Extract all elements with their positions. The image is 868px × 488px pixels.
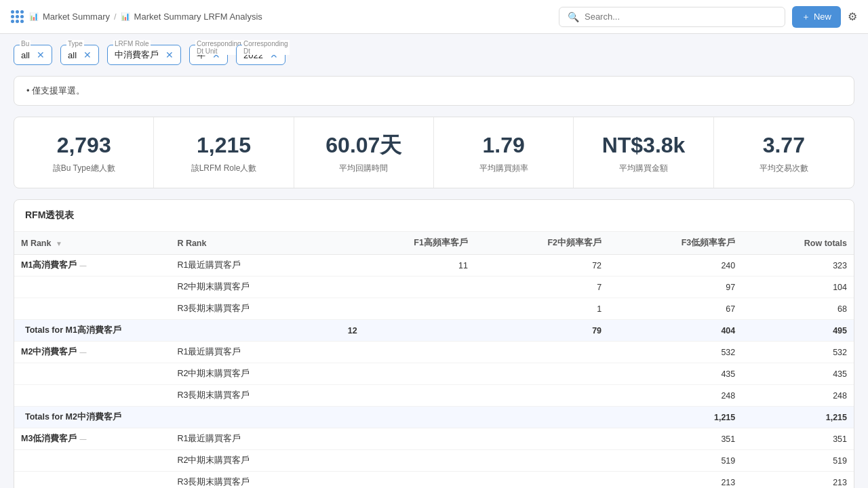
cell-f1 bbox=[341, 342, 475, 363]
cell-f1 bbox=[341, 407, 475, 428]
settings-button[interactable]: ⚙ bbox=[848, 10, 857, 23]
cell-row-total: 519 bbox=[742, 450, 854, 472]
topbar-right: 🔍 ＋ New ⚙ bbox=[559, 6, 857, 28]
filter-bu-clear[interactable]: ✕ bbox=[37, 49, 45, 60]
cell-f2 bbox=[475, 363, 608, 385]
cell-r-rank: R3長期末購買客戶 bbox=[170, 385, 340, 407]
m-rank-label: M3低消費客戶 bbox=[21, 434, 77, 443]
kpi-avg-freq-label: 平均購買頻率 bbox=[445, 163, 562, 174]
cell-row-total: 532 bbox=[742, 342, 854, 363]
search-icon: 🔍 bbox=[568, 12, 579, 22]
collapse-icon[interactable]: — bbox=[79, 262, 86, 269]
col-m-rank[interactable]: M Rank ▼ bbox=[14, 232, 170, 255]
kpi-role-people: 1,215 該LRFM Role人數 bbox=[154, 117, 294, 188]
subtotal-label: Totals for M2中消費客戶 bbox=[14, 407, 341, 428]
cell-f2: 79 bbox=[475, 320, 608, 342]
cell-f1 bbox=[341, 277, 475, 298]
filter-icon[interactable]: ▼ bbox=[56, 240, 62, 247]
subtotal-label: Totals for M1高消費客戶 bbox=[14, 320, 341, 342]
kpi-role-people-label: 該LRFM Role人數 bbox=[165, 163, 282, 174]
kpi-total-people-label: 該Bu Type總人數 bbox=[25, 163, 142, 174]
cell-f3: 240 bbox=[608, 255, 742, 277]
filter-bar: Bu all ✕ Type all ✕ LRFM Role 中消費客戶 ✕ Co… bbox=[14, 45, 854, 65]
filter-dt-unit[interactable]: Corresponding Dt Unit 年 ✕ bbox=[189, 45, 228, 65]
kpi-avg-return-time-label: 平均回購時間 bbox=[305, 163, 422, 174]
breadcrumb-item-2[interactable]: Market Summary LRFM Analysis bbox=[134, 12, 262, 22]
breadcrumb-item-1[interactable]: Market Summary bbox=[43, 12, 110, 22]
kpi-role-people-value: 1,215 bbox=[165, 134, 282, 157]
cell-m-rank bbox=[14, 385, 170, 407]
cell-r-rank: R2中期末購買客戶 bbox=[170, 277, 340, 298]
cell-f1 bbox=[341, 363, 475, 385]
cell-f3: 97 bbox=[608, 277, 742, 298]
cell-f2: 72 bbox=[475, 255, 608, 277]
cell-m-rank: M2中消費客戶— bbox=[14, 342, 170, 363]
filter-lrfm-clear[interactable]: ✕ bbox=[165, 49, 174, 60]
table-title: RFM透視表 bbox=[14, 200, 854, 232]
cell-row-total: 68 bbox=[742, 298, 854, 320]
cell-f3: 248 bbox=[608, 385, 742, 407]
cell-r-rank: R2中期末購買客戶 bbox=[170, 363, 340, 385]
cell-row-total: 213 bbox=[742, 472, 854, 488]
cell-r-rank: R3長期末購買客戶 bbox=[170, 472, 340, 488]
m-rank-label: M1高消費客戶 bbox=[21, 260, 77, 270]
kpi-avg-tx-label: 平均交易次數 bbox=[725, 163, 843, 174]
rfm-table: M Rank ▼ R Rank F1高頻率客戶 F2中頻率客戶 F3低頻率客戶 … bbox=[14, 232, 854, 488]
filter-type-clear[interactable]: ✕ bbox=[83, 49, 92, 60]
cell-m-rank bbox=[14, 277, 170, 298]
cell-row-total: 495 bbox=[742, 320, 854, 342]
cell-m-rank bbox=[14, 450, 170, 472]
cell-f3: 435 bbox=[608, 363, 742, 385]
filter-bu-label: Bu bbox=[20, 40, 31, 47]
cell-r-rank: R2中期末購買客戶 bbox=[170, 450, 340, 472]
col-f2: F2中頻率客戶 bbox=[475, 232, 608, 255]
cell-f2 bbox=[475, 407, 608, 428]
cell-m-rank bbox=[14, 472, 170, 488]
cell-f3: 519 bbox=[608, 450, 742, 472]
search-input[interactable] bbox=[585, 12, 776, 22]
cell-f3: 404 bbox=[608, 320, 742, 342]
cell-f2 bbox=[475, 428, 608, 450]
kpi-avg-tx-value: 3.77 bbox=[725, 134, 843, 157]
breadcrumb: 📊 Market Summary / 📊 Market Summary LRFM… bbox=[29, 12, 262, 22]
cell-f2: 7 bbox=[475, 277, 608, 298]
plus-icon: ＋ bbox=[802, 11, 810, 23]
cell-row-total: 1,215 bbox=[742, 407, 854, 428]
filter-bu[interactable]: Bu all ✕ bbox=[14, 45, 52, 65]
cell-r-rank: R1最近購買客戶 bbox=[170, 428, 340, 450]
kpi-avg-return-time: 60.07天 平均回購時間 bbox=[294, 117, 434, 188]
collapse-icon[interactable]: — bbox=[79, 435, 86, 443]
cell-f1 bbox=[341, 450, 475, 472]
gear-icon: ⚙ bbox=[848, 11, 857, 22]
cell-f1: 12 bbox=[341, 320, 475, 342]
cell-f2 bbox=[475, 450, 608, 472]
cell-m-rank: M3低消費客戶— bbox=[14, 428, 170, 450]
cell-m-rank bbox=[14, 363, 170, 385]
filter-type-value: all bbox=[68, 50, 77, 60]
cell-f3: 213 bbox=[608, 472, 742, 488]
collapse-icon[interactable]: — bbox=[79, 348, 86, 356]
cell-m-rank bbox=[14, 298, 170, 320]
cell-f2 bbox=[475, 342, 608, 363]
col-r-rank: R Rank bbox=[170, 232, 340, 255]
filter-lrfm-value: 中消費客戶 bbox=[115, 49, 159, 61]
filter-dt[interactable]: Corresponding Dt 2022 ✕ bbox=[236, 45, 285, 65]
filter-type[interactable]: Type all ✕ bbox=[60, 45, 99, 65]
cell-f3: 351 bbox=[608, 428, 742, 450]
cell-f2: 1 bbox=[475, 298, 608, 320]
search-box[interactable]: 🔍 bbox=[559, 7, 785, 27]
kpi-avg-amount: NT$3.8k 平均購買金額 bbox=[574, 117, 713, 188]
cell-row-total: 323 bbox=[742, 255, 854, 277]
kpi-total-people: 2,793 該Bu Type總人數 bbox=[14, 117, 154, 188]
kpi-avg-freq: 1.79 平均購買頻率 bbox=[434, 117, 574, 188]
cell-row-total: 351 bbox=[742, 428, 854, 450]
notice-box: • 僅支援單選。 bbox=[14, 76, 854, 106]
app-logo bbox=[11, 10, 24, 23]
filter-type-label: Type bbox=[66, 40, 84, 47]
new-button[interactable]: ＋ New bbox=[792, 6, 841, 28]
kpi-avg-amount-label: 平均購買金額 bbox=[585, 163, 702, 174]
breadcrumb-separator: / bbox=[114, 12, 117, 22]
filter-dt-label: Corresponding Dt bbox=[242, 40, 290, 55]
filter-lrfm-role[interactable]: LRFM Role 中消費客戶 ✕ bbox=[107, 45, 181, 65]
breadcrumb-icon-1: 📊 bbox=[29, 12, 39, 21]
